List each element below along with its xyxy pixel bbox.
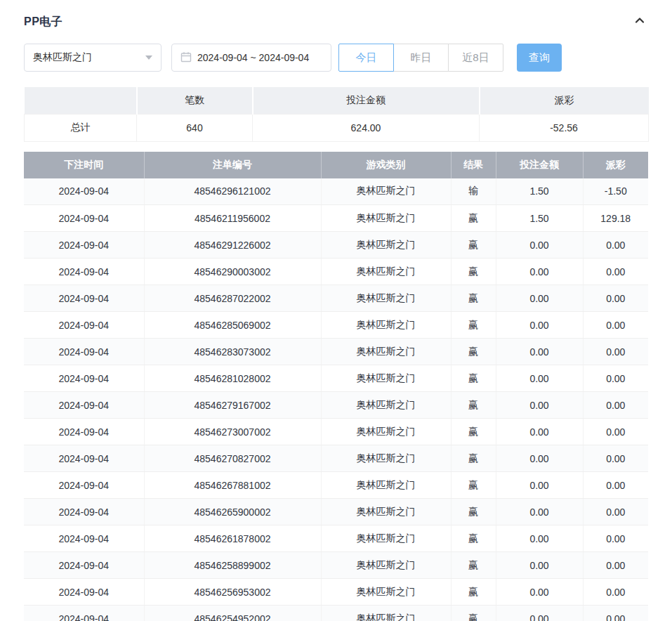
cell-bet-amount: 0.00 bbox=[496, 365, 583, 392]
cell-bet-amount: 0.00 bbox=[496, 339, 583, 365]
cell-payout: 0.00 bbox=[583, 365, 648, 392]
cell-result: 赢 bbox=[451, 499, 496, 525]
summary-total-bet-amount: 624.00 bbox=[253, 114, 480, 141]
cell-result: 赢 bbox=[451, 392, 496, 419]
cell-payout: 0.00 bbox=[583, 472, 648, 499]
summary-total-label: 总计 bbox=[25, 114, 137, 141]
cell-bet-amount: 1.50 bbox=[496, 205, 583, 232]
cell-game-category: 奥林匹斯之门 bbox=[321, 178, 451, 205]
last-8-days-button[interactable]: 近8日 bbox=[448, 44, 503, 72]
cell-payout: 0.00 bbox=[583, 579, 648, 606]
cell-order-number: 48546287022002 bbox=[144, 285, 321, 312]
cell-bet-time: 2024-09-04 bbox=[24, 205, 144, 232]
cell-result: 赢 bbox=[451, 312, 496, 339]
cell-game-category: 奥林匹斯之门 bbox=[321, 312, 451, 339]
header-payout: 派彩 bbox=[583, 152, 648, 178]
cell-bet-time: 2024-09-04 bbox=[24, 499, 144, 525]
cell-order-number: 48546290003002 bbox=[144, 259, 321, 285]
game-select-value: 奥林匹斯之门 bbox=[33, 51, 92, 64]
cell-game-category: 奥林匹斯之门 bbox=[321, 285, 451, 312]
chevron-down-icon bbox=[145, 55, 152, 60]
cell-bet-amount: 0.00 bbox=[496, 525, 583, 552]
cell-order-number: 48546285069002 bbox=[144, 312, 321, 339]
cell-bet-amount: 0.00 bbox=[496, 472, 583, 499]
bet-records-table: 下注时间 注单编号 游戏类别 结果 投注金额 派彩 2024-09-04 485… bbox=[24, 152, 648, 621]
header-order-number: 注单编号 bbox=[144, 152, 321, 178]
table-row: 2024-09-04 48546279167002 奥林匹斯之门 赢 0.00 … bbox=[24, 392, 648, 419]
cell-bet-amount: 0.00 bbox=[496, 606, 583, 621]
table-row: 2024-09-04 48546265900002 奥林匹斯之门 赢 0.00 … bbox=[24, 499, 648, 525]
cell-game-category: 奥林匹斯之门 bbox=[321, 419, 451, 445]
cell-bet-time: 2024-09-04 bbox=[24, 445, 144, 472]
cell-result: 输 bbox=[451, 178, 496, 205]
header-bet-amount: 投注金额 bbox=[496, 152, 583, 178]
cell-result: 赢 bbox=[451, 445, 496, 472]
table-row: 2024-09-04 48546254952002 奥林匹斯之门 赢 0.00 … bbox=[24, 606, 648, 621]
cell-bet-time: 2024-09-04 bbox=[24, 525, 144, 552]
panel-title: PP电子 bbox=[24, 15, 62, 30]
cell-result: 赢 bbox=[451, 606, 496, 621]
date-range-input[interactable]: 2024-09-04 ~ 2024-09-04 bbox=[171, 44, 331, 72]
bet-table-header-row: 下注时间 注单编号 游戏类别 结果 投注金额 派彩 bbox=[24, 152, 648, 178]
table-row: 2024-09-04 48546270827002 奥林匹斯之门 赢 0.00 … bbox=[24, 445, 648, 472]
cell-bet-time: 2024-09-04 bbox=[24, 285, 144, 312]
cell-order-number: 48546270827002 bbox=[144, 445, 321, 472]
cell-payout: 0.00 bbox=[583, 525, 648, 552]
summary-header-bet-amount: 投注金额 bbox=[253, 87, 480, 114]
cell-game-category: 奥林匹斯之门 bbox=[321, 232, 451, 259]
cell-bet-amount: 0.00 bbox=[496, 232, 583, 259]
cell-bet-time: 2024-09-04 bbox=[24, 178, 144, 205]
cell-order-number: 48546281028002 bbox=[144, 365, 321, 392]
cell-game-category: 奥林匹斯之门 bbox=[321, 472, 451, 499]
summary-total-count: 640 bbox=[137, 114, 253, 141]
calendar-icon bbox=[180, 51, 192, 65]
pp-panel: PP电子 奥林匹斯之门 2024-09-04 ~ 2024-09-04 bbox=[0, 0, 672, 621]
cell-payout: 0.00 bbox=[583, 312, 648, 339]
table-row: 2024-09-04 48546261878002 奥林匹斯之门 赢 0.00 … bbox=[24, 525, 648, 552]
header-bet-time: 下注时间 bbox=[24, 152, 144, 178]
cell-result: 赢 bbox=[451, 552, 496, 579]
cell-result: 赢 bbox=[451, 339, 496, 365]
cell-bet-amount: 0.00 bbox=[496, 445, 583, 472]
cell-game-category: 奥林匹斯之门 bbox=[321, 525, 451, 552]
date-range-value: 2024-09-04 ~ 2024-09-04 bbox=[197, 52, 309, 63]
game-select[interactable]: 奥林匹斯之门 bbox=[24, 44, 162, 72]
cell-game-category: 奥林匹斯之门 bbox=[321, 339, 451, 365]
cell-result: 赢 bbox=[451, 285, 496, 312]
summary-header-count: 笔数 bbox=[137, 87, 253, 114]
cell-order-number: 48546283073002 bbox=[144, 339, 321, 365]
panel-header: PP电子 bbox=[24, 13, 648, 31]
table-row: 2024-09-04 48546273007002 奥林匹斯之门 赢 0.00 … bbox=[24, 419, 648, 445]
cell-game-category: 奥林匹斯之门 bbox=[321, 552, 451, 579]
today-button[interactable]: 今日 bbox=[338, 44, 394, 72]
summary-total-payout: -52.56 bbox=[480, 114, 649, 141]
cell-bet-time: 2024-09-04 bbox=[24, 606, 144, 621]
cell-bet-time: 2024-09-04 bbox=[24, 472, 144, 499]
cell-game-category: 奥林匹斯之门 bbox=[321, 205, 451, 232]
cell-result: 赢 bbox=[451, 472, 496, 499]
summary-header-row: 笔数 投注金额 派彩 bbox=[25, 87, 649, 114]
cell-payout: 0.00 bbox=[583, 339, 648, 365]
table-row: 2024-09-04 48546281028002 奥林匹斯之门 赢 0.00 … bbox=[24, 365, 648, 392]
bet-table-body: 2024-09-04 48546296121002 奥林匹斯之门 输 1.50 … bbox=[24, 178, 648, 621]
cell-bet-time: 2024-09-04 bbox=[24, 392, 144, 419]
table-row: 2024-09-04 48546256953002 奥林匹斯之门 赢 0.00 … bbox=[24, 579, 648, 606]
cell-order-number: 48546211956002 bbox=[144, 205, 321, 232]
cell-payout: 0.00 bbox=[583, 552, 648, 579]
table-row: 2024-09-04 48546258899002 奥林匹斯之门 赢 0.00 … bbox=[24, 552, 648, 579]
table-row: 2024-09-04 48546291226002 奥林匹斯之门 赢 0.00 … bbox=[24, 232, 648, 259]
cell-game-category: 奥林匹斯之门 bbox=[321, 365, 451, 392]
chevron-up-icon bbox=[633, 13, 647, 30]
cell-game-category: 奥林匹斯之门 bbox=[321, 445, 451, 472]
cell-order-number: 48546291226002 bbox=[144, 232, 321, 259]
search-button[interactable]: 查询 bbox=[517, 44, 562, 72]
yesterday-button[interactable]: 昨日 bbox=[393, 44, 449, 72]
cell-bet-time: 2024-09-04 bbox=[24, 259, 144, 285]
cell-order-number: 48546256953002 bbox=[144, 579, 321, 606]
table-row: 2024-09-04 48546211956002 奥林匹斯之门 赢 1.50 … bbox=[24, 205, 648, 232]
cell-bet-amount: 0.00 bbox=[496, 312, 583, 339]
table-row: 2024-09-04 48546287022002 奥林匹斯之门 赢 0.00 … bbox=[24, 285, 648, 312]
header-game-category: 游戏类别 bbox=[321, 152, 451, 178]
cell-bet-time: 2024-09-04 bbox=[24, 579, 144, 606]
collapse-panel-button[interactable] bbox=[631, 13, 648, 30]
